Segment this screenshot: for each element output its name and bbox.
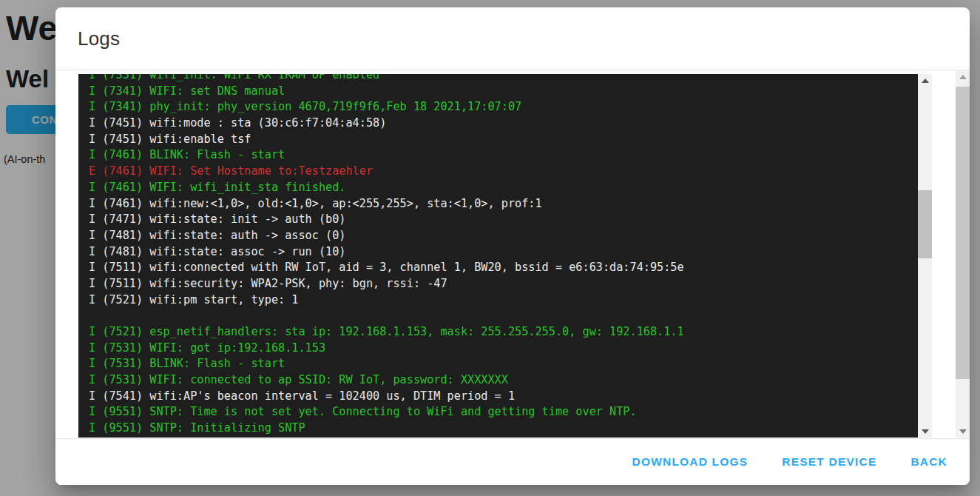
log-line: I (7541) wifi:AP's beacon interval = 102…: [89, 389, 918, 405]
log-line: I (7531) BLINK: Flash - start: [89, 356, 918, 372]
scroll-up-icon: [959, 75, 967, 79]
dialog-header: Logs: [55, 7, 970, 70]
log-line: I (7461) wifi:new:<1,0>, old:<1,0>, ap:<…: [89, 196, 918, 212]
log-line: I (7451) wifi:enable tsf: [89, 132, 918, 148]
scroll-up-icon: [922, 78, 929, 83]
scroll-down-button[interactable]: [956, 425, 970, 438]
log-line: [89, 308, 918, 324]
log-scrollbar-thumb[interactable]: [918, 190, 932, 258]
log-line: I (7461) BLINK: Flash - start: [89, 147, 918, 164]
log-line: I (7471) wifi:state: init -> auth (b0): [89, 212, 918, 228]
log-line: I (7451) wifi:mode : sta (30:c6:f7:04:a4…: [89, 115, 918, 132]
log-line: I (9551) SNTP: Time is not set yet. Conn…: [89, 404, 918, 420]
dialog-body: I (7331) wifi_init: WiFi RX IRAM OP enab…: [55, 70, 970, 438]
scroll-up-button[interactable]: [918, 74, 932, 87]
reset-device-button[interactable]: RESET DEVICE: [777, 449, 881, 475]
log-scrollbar[interactable]: [918, 74, 932, 438]
log-line: I (7521) esp_netif_handlers: sta ip: 192…: [89, 324, 918, 341]
log-line: E (7461) WIFI: Set Hostname to:Testzaehl…: [89, 164, 918, 180]
back-button[interactable]: BACK: [906, 449, 952, 475]
dialog-scrollbar-thumb[interactable]: [956, 87, 970, 379]
dialog-footer: DOWNLOAD LOGS RESET DEVICE BACK: [55, 438, 970, 485]
log-line: I (7511) wifi:connected with RW IoT, aid…: [89, 260, 918, 276]
dialog-scrollbar[interactable]: [956, 70, 970, 438]
download-logs-button[interactable]: DOWNLOAD LOGS: [628, 449, 753, 475]
log-line: I (7341) phy_init: phy_version 4670,719f…: [89, 99, 918, 115]
log-line: I (7521) wifi:pm start, type: 1: [89, 292, 918, 309]
log-line: I (7511) wifi:security: WPA2-PSK, phy: b…: [89, 276, 918, 292]
log-line: I (7341) WIFI: set DNS manual: [89, 84, 918, 100]
log-output[interactable]: I (7331) wifi_init: WiFi RX IRAM OP enab…: [78, 74, 932, 438]
log-line: I (7531) WIFI: connected to ap SSID: RW …: [89, 372, 918, 389]
scroll-up-button[interactable]: [956, 70, 970, 83]
log-line: I (7461) WIFI: wifi_init_sta finished.: [89, 180, 918, 196]
logs-dialog: Logs I (7331) wifi_init: WiFi RX IRAM OP…: [55, 7, 970, 485]
scroll-down-button[interactable]: [918, 425, 932, 438]
log-line: I (7481) wifi:state: auth -> assoc (0): [89, 228, 918, 244]
log-lines: I (7331) wifi_init: WiFi RX IRAM OP enab…: [78, 74, 918, 437]
scroll-down-icon: [922, 429, 929, 434]
log-line: I (7481) wifi:state: assoc -> run (10): [89, 244, 918, 261]
dialog-title: Logs: [78, 27, 120, 50]
log-line: I (7331) wifi_init: WiFi RX IRAM OP enab…: [89, 74, 918, 84]
log-line: I (7531) WIFI: got ip:192.168.1.153: [89, 341, 918, 357]
log-line: I (9551) SNTP: Initializing SNTP: [89, 420, 918, 437]
scroll-down-icon: [959, 429, 967, 434]
